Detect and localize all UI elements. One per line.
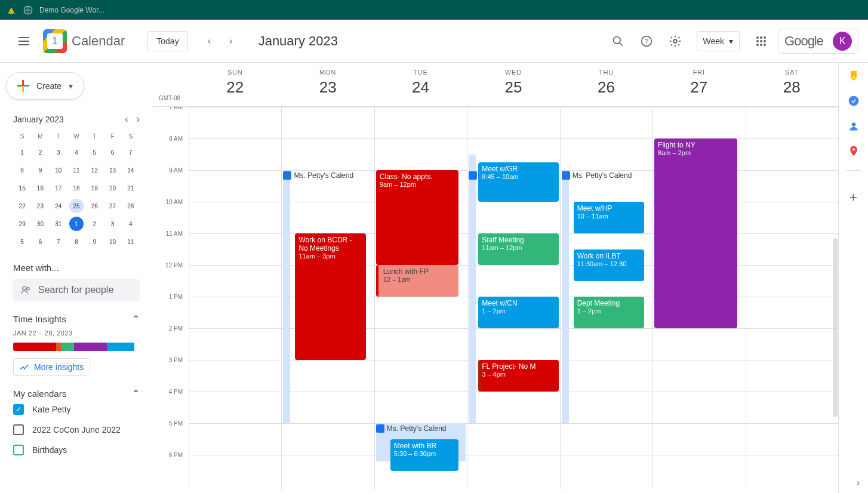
- busy-label[interactable]: [469, 171, 477, 180]
- calendar-list-item[interactable]: Kate Petty: [13, 399, 140, 420]
- mini-cal-day[interactable]: 13: [106, 163, 120, 177]
- prev-period-button[interactable]: ‹: [200, 32, 219, 51]
- mini-cal-day[interactable]: 3: [51, 145, 66, 159]
- add-addon-button[interactable]: +: [849, 190, 857, 205]
- busy-label[interactable]: Ms. Petty's Calend: [562, 171, 632, 180]
- app-logo[interactable]: Calendar: [43, 29, 125, 53]
- contacts-icon[interactable]: [848, 120, 860, 132]
- mini-cal-day[interactable]: 26: [87, 199, 101, 213]
- day-header[interactable]: TUE24: [374, 63, 467, 106]
- day-header[interactable]: SAT28: [746, 63, 838, 106]
- search-button[interactable]: [606, 29, 630, 53]
- mini-cal-day[interactable]: 12: [87, 163, 101, 177]
- mini-cal-prev[interactable]: ‹: [125, 114, 128, 125]
- event-thu_dept[interactable]: Dept Meeting1 – 2pm: [574, 297, 644, 328]
- event-tue_br[interactable]: Meet with BR5:30 – 6:30pm: [390, 439, 458, 471]
- calendar-checkbox[interactable]: [13, 445, 24, 455]
- mini-cal-day[interactable]: 4: [69, 145, 84, 159]
- mini-cal-day[interactable]: 11: [124, 235, 138, 249]
- mini-cal-day[interactable]: 25: [69, 199, 84, 213]
- time-insights-toggle[interactable]: Time Insights ⌃: [13, 313, 140, 325]
- mini-cal-day[interactable]: 10: [51, 163, 66, 177]
- mini-cal-day[interactable]: 22: [15, 199, 29, 213]
- event-wed_gr[interactable]: Meet w/GR8:45 – 10am: [478, 162, 558, 202]
- mini-cal-day[interactable]: 6: [106, 145, 120, 159]
- day-header[interactable]: FRI27: [652, 63, 745, 106]
- side-panel-collapse[interactable]: ›: [857, 477, 860, 488]
- day-column[interactable]: [189, 107, 281, 489]
- create-button[interactable]: Create ▾: [6, 72, 84, 100]
- google-account-box[interactable]: Google K: [778, 29, 858, 54]
- event-fri_flight[interactable]: Flight to NY8am – 2pm: [654, 138, 737, 328]
- apps-button[interactable]: [749, 29, 773, 53]
- mini-cal-day[interactable]: 27: [106, 199, 120, 213]
- day-header[interactable]: WED25: [467, 63, 559, 106]
- event-wed_staff[interactable]: Staff Meeting11am – 12pm: [478, 233, 558, 265]
- event-mon_bcdr[interactable]: Work on BCDR - No Meetings11am – 3pm: [295, 233, 365, 360]
- mini-cal-day[interactable]: 31: [51, 217, 66, 231]
- day-column[interactable]: Meet w/GR8:45 – 10amStaff Meeting11am – …: [467, 107, 559, 489]
- day-header[interactable]: MON23: [281, 63, 374, 106]
- mini-cal-day[interactable]: 5: [15, 235, 29, 249]
- mini-cal-day[interactable]: 3: [106, 217, 120, 231]
- calendar-checkbox[interactable]: [13, 424, 24, 435]
- day-column[interactable]: Ms. Petty's CalendMeet w/HP10 – 11amWork…: [560, 107, 652, 489]
- search-people-input[interactable]: Search for people: [13, 279, 140, 301]
- calendar-checkbox[interactable]: [13, 404, 24, 415]
- mini-cal-day[interactable]: 1: [15, 145, 29, 159]
- day-header[interactable]: SUN22: [189, 63, 281, 106]
- busy-label[interactable]: Ms. Petty's Calend: [283, 171, 353, 180]
- keep-icon[interactable]: [848, 70, 860, 82]
- mini-cal-day[interactable]: 7: [124, 145, 138, 159]
- my-calendars-toggle[interactable]: My calendars ⌃: [13, 388, 140, 399]
- event-thu_hp[interactable]: Meet w/HP10 – 11am: [574, 202, 644, 233]
- mini-cal-day[interactable]: 17: [51, 181, 66, 195]
- mini-cal-day[interactable]: 5: [87, 145, 101, 159]
- day-column[interactable]: [746, 107, 838, 489]
- maps-icon[interactable]: [848, 145, 860, 157]
- mini-cal-day[interactable]: 30: [33, 217, 47, 231]
- mini-cal-day[interactable]: 8: [69, 235, 84, 249]
- mini-cal-day[interactable]: 14: [124, 163, 138, 177]
- event-thu_ilbt[interactable]: Work on ILBT11:30am – 12:30: [574, 249, 644, 281]
- mini-cal-day[interactable]: 9: [87, 235, 101, 249]
- event-tue_class[interactable]: Class- No appts.9am – 12pm: [376, 170, 458, 265]
- mini-cal-day[interactable]: 8: [15, 163, 29, 177]
- day-column[interactable]: Class- No appts.9am – 12pmLunch with FP1…: [374, 107, 467, 489]
- day-column[interactable]: Flight to NY8am – 2pm: [652, 107, 745, 489]
- mini-cal-next[interactable]: ›: [137, 114, 140, 125]
- day-header[interactable]: THU26: [560, 63, 652, 106]
- tasks-icon[interactable]: [848, 95, 860, 107]
- mini-cal-day[interactable]: 11: [69, 163, 84, 177]
- mini-cal-day[interactable]: 23: [33, 199, 47, 213]
- view-selector[interactable]: Week ▾: [697, 31, 740, 51]
- mini-cal-day[interactable]: 19: [87, 181, 101, 195]
- next-period-button[interactable]: ›: [221, 32, 241, 51]
- day-column[interactable]: Ms. Petty's CalendWork on BCDR - No Meet…: [281, 107, 374, 489]
- mini-cal-day[interactable]: 9: [33, 163, 47, 177]
- mini-cal-day[interactable]: 28: [124, 199, 138, 213]
- settings-button[interactable]: [663, 29, 687, 53]
- mini-cal-day[interactable]: 24: [51, 199, 66, 213]
- scrollbar-thumb[interactable]: [833, 238, 838, 417]
- mini-cal-day[interactable]: 21: [124, 181, 138, 195]
- calendar-grid-scroll[interactable]: 7 AM8 AM9 AM10 AM11 AM12 PM1 PM2 PM3 PM4…: [153, 107, 838, 489]
- more-insights-button[interactable]: More insights: [13, 358, 90, 376]
- event-wed_cn[interactable]: Meet w/CN1 – 2pm: [478, 297, 558, 328]
- main-menu-button[interactable]: [10, 27, 38, 56]
- mini-cal-day[interactable]: 20: [106, 181, 120, 195]
- event-wed_fl[interactable]: FL Project- No M3 – 4pm: [478, 360, 558, 392]
- mini-cal-day[interactable]: 29: [15, 217, 29, 231]
- mini-cal-day[interactable]: 10: [106, 235, 120, 249]
- mini-cal-day[interactable]: 6: [33, 235, 47, 249]
- mini-cal-day[interactable]: 16: [33, 181, 47, 195]
- busy-label[interactable]: Ms. Petty's Calend: [376, 424, 447, 433]
- mini-cal-day[interactable]: 7: [51, 235, 66, 249]
- calendar-list-item[interactable]: 2022 CoCon June 2022: [13, 420, 140, 440]
- mini-cal-day[interactable]: 2: [33, 145, 47, 159]
- help-button[interactable]: ?: [635, 29, 658, 53]
- mini-cal-day[interactable]: 2: [87, 217, 101, 231]
- event-tue_lunch[interactable]: Lunch with FP12 – 1pm: [376, 265, 458, 297]
- calendar-list-item[interactable]: Birthdays: [13, 440, 140, 460]
- mini-cal-day[interactable]: 18: [69, 181, 84, 195]
